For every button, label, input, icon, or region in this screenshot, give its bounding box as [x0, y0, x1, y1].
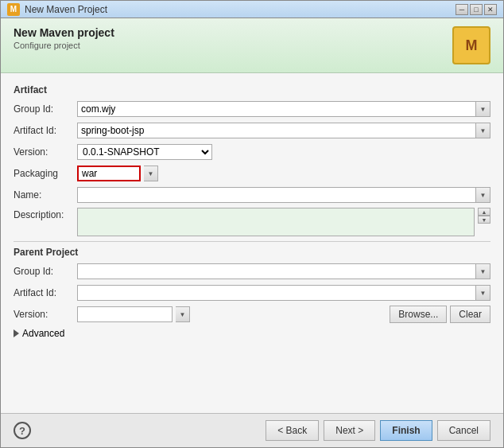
clear-button[interactable]: Clear — [450, 306, 490, 323]
window-controls: ─ □ ✕ — [456, 4, 497, 15]
artifact-id-dropdown[interactable]: ▼ — [476, 123, 490, 138]
parent-group-id-input[interactable] — [77, 263, 476, 279]
window: M New Maven Project ─ □ ✕ New Maven proj… — [0, 0, 504, 448]
parent-version-dropdown[interactable]: ▼ — [176, 306, 190, 322]
close-button[interactable]: ✕ — [484, 4, 497, 15]
next-button[interactable]: Next > — [324, 420, 375, 441]
group-id-input-wrap: ▼ — [77, 101, 490, 117]
description-container: ▲ ▼ — [77, 208, 490, 236]
parent-version-label: Version: — [14, 309, 77, 320]
description-textarea[interactable] — [77, 208, 475, 236]
parent-version-input[interactable] — [77, 306, 173, 322]
artifact-id-row: Artifact Id: ▼ — [14, 122, 490, 139]
footer: ? < Back Next > Finish Cancel — [1, 413, 503, 447]
name-input[interactable] — [77, 187, 476, 203]
page-title: New Maven project — [14, 26, 114, 39]
version-select[interactable]: 0.0.1-SNAPSHOT — [77, 144, 212, 160]
artifact-id-label: Artifact Id: — [14, 125, 77, 136]
group-id-dropdown[interactable]: ▼ — [476, 101, 490, 117]
parent-artifact-id-input[interactable] — [77, 285, 476, 301]
parent-group-id-label: Group Id: — [14, 266, 77, 277]
name-row: Name: ▼ — [14, 186, 490, 204]
parent-artifact-id-dropdown[interactable]: ▼ — [476, 285, 490, 301]
name-container: ▼ — [77, 187, 490, 203]
page-subtitle: Configure project — [14, 41, 114, 50]
name-input-wrap: ▼ — [77, 187, 490, 203]
packaging-row: Packaging ▼ — [14, 165, 490, 182]
scroll-down-btn[interactable]: ▼ — [478, 216, 490, 224]
version-container: 0.0.1-SNAPSHOT — [77, 144, 490, 160]
window-title: New Maven Project — [25, 4, 451, 15]
maven-logo: M — [452, 26, 490, 64]
name-dropdown[interactable]: ▼ — [476, 187, 490, 203]
parent-group-id-container: ▼ — [77, 263, 490, 279]
artifact-section-label: Artifact — [14, 84, 490, 95]
parent-artifact-id-row: Artifact Id: ▼ — [14, 284, 490, 302]
advanced-expand-icon — [14, 329, 19, 337]
name-label: Name: — [14, 189, 77, 201]
packaging-container: ▼ — [77, 166, 490, 181]
artifact-id-input-wrap: ▼ — [77, 123, 490, 138]
parent-artifact-id-container: ▼ — [77, 285, 490, 301]
parent-group-id-dropdown[interactable]: ▼ — [476, 263, 490, 279]
finish-button[interactable]: Finish — [380, 420, 432, 441]
description-row: Description: ▲ ▼ — [14, 208, 490, 236]
section-divider — [14, 241, 490, 242]
cancel-button[interactable]: Cancel — [437, 420, 490, 441]
group-id-container: ▼ — [77, 101, 490, 117]
advanced-label: Advanced — [22, 328, 64, 339]
description-label: Description: — [14, 208, 77, 220]
header-section: New Maven project Configure project M — [1, 18, 503, 73]
version-select-wrap: 0.0.1-SNAPSHOT — [77, 144, 212, 160]
window-icon: M — [7, 3, 20, 16]
browse-button[interactable]: Browse... — [390, 306, 447, 323]
packaging-input[interactable] — [77, 166, 141, 181]
packaging-dropdown[interactable]: ▼ — [144, 166, 158, 181]
header-text: New Maven project Configure project — [14, 26, 114, 50]
parent-group-id-input-wrap: ▼ — [77, 263, 490, 279]
group-id-label: Group Id: — [14, 103, 77, 115]
version-label: Version: — [14, 146, 77, 158]
artifact-id-input[interactable] — [77, 123, 476, 138]
parent-artifact-id-label: Artifact Id: — [14, 287, 77, 298]
footer-buttons: < Back Next > Finish Cancel — [266, 420, 490, 441]
help-button[interactable]: ? — [14, 422, 31, 439]
title-bar: M New Maven Project ─ □ ✕ — [1, 1, 503, 18]
parent-section-label: Parent Project — [14, 247, 490, 258]
minimize-button[interactable]: ─ — [456, 4, 468, 15]
description-scroll: ▲ ▼ — [478, 208, 490, 224]
packaging-label: Packaging — [14, 168, 77, 179]
footer-left: ? — [14, 422, 31, 439]
version-row: Version: 0.0.1-SNAPSHOT — [14, 143, 490, 161]
scroll-up-btn[interactable]: ▲ — [478, 208, 490, 216]
parent-artifact-id-input-wrap: ▼ — [77, 285, 490, 301]
parent-group-id-row: Group Id: ▼ — [14, 263, 490, 280]
content-area: Artifact Group Id: ▼ Artifact Id: ▼ — [1, 73, 503, 413]
group-id-row: Group Id: ▼ — [14, 100, 490, 118]
back-button[interactable]: < Back — [266, 420, 319, 441]
artifact-id-container: ▼ — [77, 123, 490, 138]
advanced-row[interactable]: Advanced — [14, 328, 490, 339]
group-id-input[interactable] — [77, 101, 476, 117]
parent-version-row: Version: ▼ Browse... Clear — [14, 306, 490, 323]
maximize-button[interactable]: □ — [470, 4, 483, 15]
parent-version-container: ▼ Browse... Clear — [77, 306, 490, 323]
